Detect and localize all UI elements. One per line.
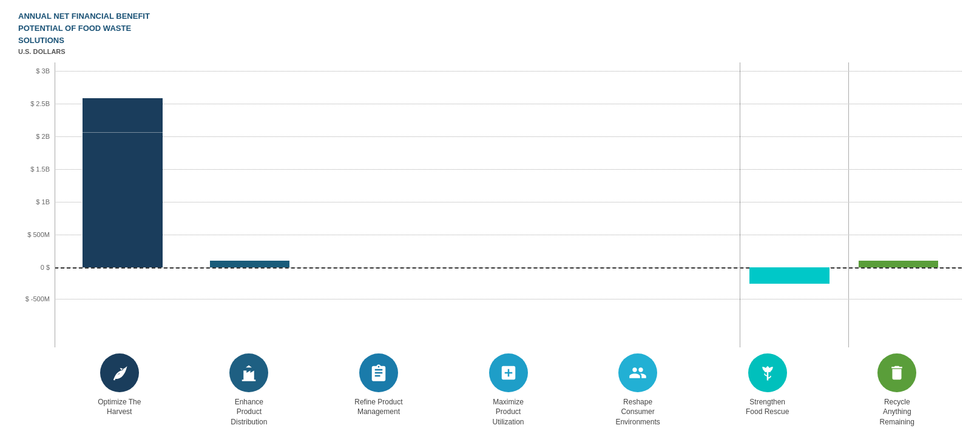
icon-circle-recycle	[877, 353, 916, 392]
trash-icon	[888, 364, 906, 382]
icon-item-refine: Refine ProductManagement	[314, 353, 444, 418]
y-label-25b: $ 2.5B	[30, 100, 50, 107]
chart-unit: U.S. DOLLARS	[18, 48, 962, 55]
icon-circle-optimize	[100, 353, 139, 392]
chart-area: $ 3B $ 2.5B $ 2B $ 1.5B $ 1B $ 500M 0 $ …	[18, 62, 962, 347]
icon-item-maximize: MaximizeProductUtilization	[444, 353, 573, 427]
bar-recycle	[848, 261, 948, 267]
title-line1: ANNUAL NET FINANCIAL BENEFIT	[18, 11, 962, 22]
chart-main	[55, 62, 962, 347]
y-label-2b: $ 2B	[36, 133, 50, 140]
y-label-1b: $ 1B	[36, 198, 50, 206]
y-label-0: 0 $	[41, 264, 50, 271]
y-label-15b: $ 1.5B	[30, 165, 50, 173]
icon-item-recycle: RecycleAnythingRemaining	[832, 353, 962, 427]
factory-icon	[240, 364, 258, 382]
bar-optimize	[73, 98, 172, 267]
label-reshape: ReshapeConsumerEnvironments	[615, 397, 660, 427]
divider-rescue	[740, 62, 740, 347]
y-label-neg500m: $ -500M	[25, 295, 50, 303]
label-maximize: MaximizeProductUtilization	[493, 397, 524, 427]
people-icon	[629, 364, 647, 382]
y-label-500m: $ 500M	[27, 231, 50, 238]
plusbox-icon	[499, 364, 518, 382]
title-line3: SOLUTIONS	[18, 35, 962, 46]
y-axis: $ 3B $ 2.5B $ 2B $ 1.5B $ 1B $ 500M 0 $ …	[18, 62, 55, 347]
icon-item-strengthen: StrengthenFood Rescue	[703, 353, 833, 418]
icon-item-enhance: EnhanceProductDistribution	[184, 353, 314, 427]
icon-circle-refine	[359, 353, 398, 392]
icon-circle-reshape	[618, 353, 657, 392]
grid-15b	[55, 169, 962, 170]
grid-25b	[55, 104, 962, 104]
seedling-icon	[759, 364, 777, 382]
grid-2b	[55, 136, 962, 137]
leaf-icon	[110, 364, 129, 382]
title-line2: POTENTIAL OF FOOD WASTE	[18, 23, 962, 34]
icon-circle-strengthen	[748, 353, 787, 392]
label-recycle: RecycleAnythingRemaining	[880, 397, 914, 427]
bar-strengthen	[740, 267, 839, 284]
label-enhance: EnhanceProductDistribution	[231, 397, 267, 427]
divider-left	[55, 62, 55, 347]
icon-item-reshape: ReshapeConsumerEnvironments	[573, 353, 703, 427]
chart-wrapper: ANNUAL NET FINANCIAL BENEFIT POTENTIAL O…	[0, 0, 980, 448]
grid-3b	[55, 71, 962, 72]
icons-row: Optimize TheHarvest EnhanceProductDistri…	[55, 347, 962, 448]
clipboard-icon	[370, 364, 388, 382]
grid-neg500m	[55, 299, 962, 299]
bar-enhance	[200, 261, 299, 267]
icon-circle-enhance	[229, 353, 268, 392]
grid-500m	[55, 235, 962, 235]
icon-item-optimize: Optimize TheHarvest	[55, 353, 184, 421]
icon-circle-maximize	[489, 353, 528, 392]
divider-recycling	[848, 62, 849, 347]
label-strengthen: StrengthenFood Rescue	[746, 397, 789, 418]
label-optimize: Optimize TheHarvest	[98, 397, 141, 418]
label-refine: Refine ProductManagement	[354, 397, 402, 418]
y-label-3b: $ 3B	[36, 67, 50, 75]
chart-title-block: ANNUAL NET FINANCIAL BENEFIT POTENTIAL O…	[18, 11, 962, 55]
grid-1b	[55, 202, 962, 202]
